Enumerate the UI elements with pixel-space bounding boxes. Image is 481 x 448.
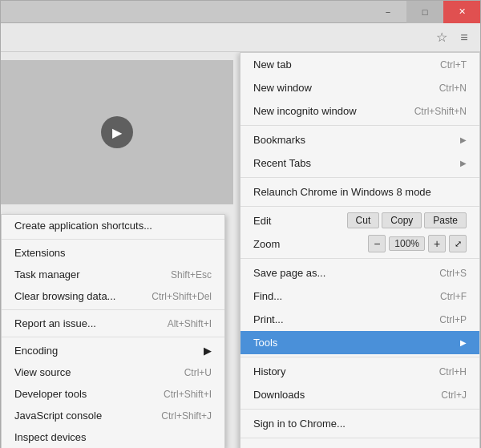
zoom-controls: − 100% + ⤢ xyxy=(368,235,467,252)
zoom-row: Zoom − 100% + ⤢ xyxy=(240,232,479,256)
sep-4 xyxy=(240,258,479,259)
browser-window: − □ ✕ ☆ ≡ ▶ Create application shortcuts… xyxy=(0,0,481,448)
zoom-value-display: 100% xyxy=(389,236,425,251)
new-tab-item[interactable]: New tab Ctrl+T xyxy=(240,53,479,76)
clear-browsing-label: Clear browsing data... xyxy=(14,290,115,302)
task-manager-label: Task manager xyxy=(14,268,80,281)
history-label: History xyxy=(253,365,285,377)
tools-label: Tools xyxy=(253,337,277,349)
find-label: Find... xyxy=(253,290,282,302)
task-manager-item[interactable]: Task manager Shift+Esc xyxy=(2,264,224,285)
zoom-plus-button[interactable]: + xyxy=(428,235,446,252)
cut-button[interactable]: Cut xyxy=(347,212,380,228)
page-content: ▶ Create application shortcuts... Extens… xyxy=(1,52,480,448)
js-console-item[interactable]: JavaScript console Ctrl+Shift+J xyxy=(2,405,224,426)
left-sep-2 xyxy=(2,309,224,310)
recent-tabs-label: Recent Tabs xyxy=(253,157,311,169)
js-console-label: JavaScript console xyxy=(14,410,102,422)
left-sep-3 xyxy=(2,337,224,337)
sep-3 xyxy=(240,206,479,207)
sep-2 xyxy=(240,177,479,178)
recent-tabs-item[interactable]: Recent Tabs ▶ xyxy=(240,151,479,175)
new-tab-label: New tab xyxy=(253,59,292,71)
edit-label: Edit xyxy=(253,215,271,227)
find-shortcut: Ctrl+F xyxy=(440,291,467,302)
report-issue-item[interactable]: Report an issue... Alt+Shift+I xyxy=(2,313,224,334)
extensions-label: Extensions xyxy=(14,247,66,259)
sep-5 xyxy=(240,357,479,357)
report-issue-label: Report an issue... xyxy=(14,317,96,329)
find-item[interactable]: Find... Ctrl+F xyxy=(240,285,479,308)
history-shortcut: Ctrl+H xyxy=(439,366,467,377)
recent-tabs-arrow: ▶ xyxy=(460,159,467,167)
play-button[interactable]: ▶ xyxy=(101,116,133,148)
title-bar-buttons: − □ ✕ xyxy=(370,1,480,22)
downloads-shortcut: Ctrl+J xyxy=(441,389,467,401)
zoom-minus-button[interactable]: − xyxy=(368,235,386,252)
downloads-item[interactable]: Downloads Ctrl+J xyxy=(240,383,479,406)
clear-browsing-shortcut: Ctrl+Shift+Del xyxy=(152,291,212,302)
extensions-item[interactable]: Extensions xyxy=(2,242,224,264)
inspect-devices-item[interactable]: Inspect devices xyxy=(2,426,224,448)
chrome-menu-icon[interactable]: ≡ xyxy=(453,26,475,49)
sign-in-label: Sign in to Chrome... xyxy=(253,418,346,430)
print-item[interactable]: Print... Ctrl+P xyxy=(240,308,479,331)
new-incognito-shortcut: Ctrl+Shift+N xyxy=(414,106,467,117)
copy-button[interactable]: Copy xyxy=(382,212,422,228)
encoding-label: Encoding xyxy=(14,345,58,357)
paste-button[interactable]: Paste xyxy=(424,212,467,228)
sep-6 xyxy=(240,409,479,410)
create-shortcuts-label: Create application shortcuts... xyxy=(14,220,152,232)
zoom-label: Zoom xyxy=(253,238,280,250)
developer-tools-label: Developer tools xyxy=(14,388,87,400)
task-manager-shortcut: Shift+Esc xyxy=(171,269,212,281)
new-window-shortcut: Ctrl+N xyxy=(439,83,467,94)
bookmarks-item[interactable]: Bookmarks ▶ xyxy=(240,128,479,151)
view-source-shortcut: Ctrl+U xyxy=(184,367,212,378)
thumbnail-area: ▶ xyxy=(1,60,233,204)
title-bar: − □ ✕ xyxy=(1,1,480,23)
edit-row: Edit Cut Copy Paste xyxy=(240,209,479,232)
maximize-button[interactable]: □ xyxy=(406,1,443,23)
encoding-item[interactable]: Encoding ▶ xyxy=(2,340,224,361)
save-page-shortcut: Ctrl+S xyxy=(439,268,467,279)
tools-arrow: ▶ xyxy=(460,338,467,347)
js-console-shortcut: Ctrl+Shift+J xyxy=(161,410,212,422)
bookmark-icon[interactable]: ☆ xyxy=(430,26,453,49)
bookmarks-arrow: ▶ xyxy=(460,135,467,144)
clear-browsing-item[interactable]: Clear browsing data... Ctrl+Shift+Del xyxy=(2,285,224,307)
history-item[interactable]: History Ctrl+H xyxy=(240,360,479,383)
inspect-devices-label: Inspect devices xyxy=(14,431,87,443)
close-button[interactable]: ✕ xyxy=(443,1,480,23)
report-issue-shortcut: Alt+Shift+I xyxy=(168,318,212,329)
new-tab-shortcut: Ctrl+T xyxy=(440,59,467,71)
chrome-menu: New tab Ctrl+T New window Ctrl+N New inc… xyxy=(240,52,480,448)
relaunch-item[interactable]: Relaunch Chrome in Windows 8 mode xyxy=(240,180,479,204)
print-label: Print... xyxy=(253,313,284,325)
tools-submenu: Create application shortcuts... Extensio… xyxy=(1,214,225,448)
left-sep-1 xyxy=(2,239,224,240)
sign-in-item[interactable]: Sign in to Chrome... xyxy=(240,412,479,435)
encoding-arrow: ▶ xyxy=(204,345,212,357)
view-source-label: View source xyxy=(14,366,71,378)
new-window-label: New window xyxy=(253,82,312,94)
developer-tools-shortcut: Ctrl+Shift+I xyxy=(164,389,212,400)
new-window-item[interactable]: New window Ctrl+N xyxy=(240,76,479,99)
new-incognito-label: New incognito window xyxy=(253,105,357,117)
tools-item[interactable]: Tools ▶ xyxy=(240,331,479,354)
save-page-item[interactable]: Save page as... Ctrl+S xyxy=(240,261,479,285)
bookmarks-label: Bookmarks xyxy=(253,134,305,146)
settings-item[interactable]: Settings xyxy=(240,441,479,448)
downloads-label: Downloads xyxy=(253,389,305,401)
minimize-button[interactable]: − xyxy=(370,1,406,23)
create-shortcuts-item[interactable]: Create application shortcuts... xyxy=(2,215,224,236)
developer-tools-item[interactable]: Developer tools Ctrl+Shift+I xyxy=(2,383,224,405)
new-incognito-item[interactable]: New incognito window Ctrl+Shift+N xyxy=(240,99,479,123)
sep-7 xyxy=(240,438,479,438)
view-source-item[interactable]: View source Ctrl+U xyxy=(2,361,224,383)
edit-buttons: Cut Copy Paste xyxy=(347,212,467,228)
zoom-fullscreen-button[interactable]: ⤢ xyxy=(449,235,467,252)
save-page-label: Save page as... xyxy=(253,267,325,279)
nav-bar: ☆ ≡ xyxy=(1,23,480,52)
relaunch-label: Relaunch Chrome in Windows 8 mode xyxy=(253,186,431,198)
